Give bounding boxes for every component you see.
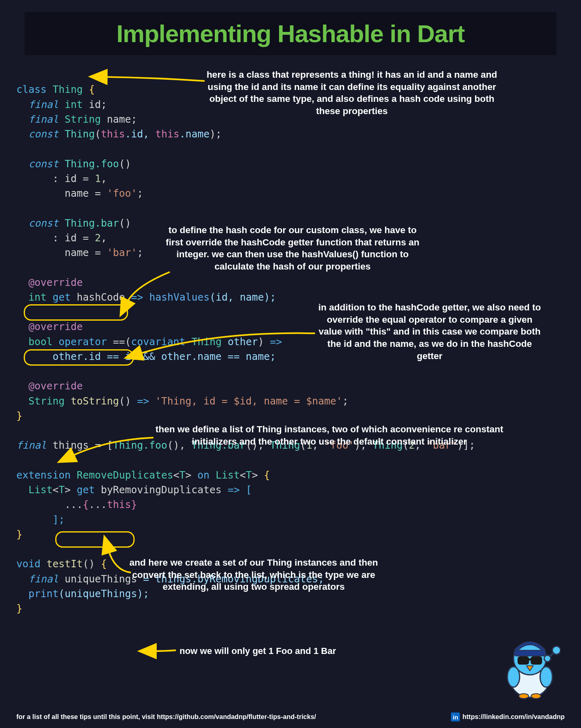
kw-operator: operator: [59, 336, 107, 348]
svg-point-7: [507, 667, 520, 687]
args: (id, name);: [209, 291, 276, 303]
num-2: 2: [95, 232, 101, 244]
ident: .id,: [125, 128, 149, 140]
lbrace: {: [83, 499, 89, 510]
type-T: T: [179, 469, 185, 481]
type-string: String: [65, 113, 101, 125]
arrow: =>: [137, 395, 149, 407]
anno-override: @override: [29, 321, 83, 333]
linkedin-link[interactable]: in https://linkedin.com/in/vandadnp: [451, 712, 565, 721]
spread: ...: [65, 499, 83, 510]
type-T: T: [246, 469, 252, 481]
kw-final: final: [16, 439, 47, 451]
op-eqeq: ==: [113, 336, 125, 348]
svg-rect-3: [514, 650, 546, 656]
linkedin-url: https://linkedin.com/in/vandadnp: [462, 713, 565, 721]
arrow-bracket: => [: [227, 484, 252, 496]
fn-print: print: [29, 588, 59, 600]
kw-const: const: [29, 158, 59, 170]
str-foo: 'foo': [107, 187, 137, 199]
ident-id: id: [89, 99, 101, 110]
footer: for a list of all these tips until this …: [16, 712, 565, 721]
svg-rect-6: [528, 658, 531, 661]
svg-point-8: [540, 667, 552, 687]
anno-override: @override: [29, 380, 83, 392]
type-thing: Thing: [53, 83, 83, 95]
brace: {: [264, 469, 270, 481]
svg-rect-5: [531, 656, 542, 665]
kw-get: get: [77, 484, 95, 496]
footer-left-text: for a list of all these tips until this …: [16, 713, 316, 721]
init-name: name =: [65, 247, 101, 258]
brace: {: [89, 83, 95, 95]
kw-final: final: [29, 573, 59, 585]
init-name: name =: [65, 187, 101, 199]
type-list: List: [216, 469, 240, 481]
rbrace: }: [131, 499, 137, 510]
kw-const: const: [29, 128, 59, 140]
num-1: 1: [95, 173, 101, 184]
var-unique: uniqueThings: [65, 573, 137, 585]
fn-tostring: toString: [71, 395, 119, 407]
ctor-bar: Thing.bar: [65, 217, 119, 229]
type-thing: Thing: [191, 336, 222, 348]
brace: }: [16, 410, 23, 422]
annotation-2: to define the hash code for our custom c…: [160, 224, 426, 273]
type-string: String: [29, 395, 65, 407]
kw-this: this: [107, 499, 131, 510]
kw-void: void: [16, 558, 41, 570]
svg-rect-4: [518, 656, 529, 665]
var-things: things: [53, 439, 89, 451]
type-bool: bool: [29, 336, 53, 348]
annotation-3: in addition to the hashCode getter, we a…: [315, 301, 544, 362]
str-tostring: 'Thing, id = $id, name = $name': [155, 395, 342, 407]
kw-const: const: [29, 217, 59, 229]
kw-final: final: [29, 113, 59, 125]
init-id: : id =: [53, 232, 89, 244]
spread: ...: [89, 499, 107, 510]
ctor-foo: Thing.foo: [65, 158, 119, 170]
kw-covariant: covariant: [131, 336, 185, 348]
svg-point-13: [531, 694, 541, 699]
ext-name: RemoveDuplicates: [77, 469, 173, 481]
fn-hashvalues: hashValues: [149, 291, 210, 303]
svg-point-12: [519, 694, 529, 699]
annotation-1: here is a class that represents a thing!…: [205, 69, 499, 117]
anno-override: @override: [29, 276, 83, 288]
kw-class: class: [16, 83, 47, 95]
page-title: Implementing Hashable in Dart: [25, 20, 556, 48]
type-list: List: [29, 484, 53, 496]
eq-bracket: = [: [95, 439, 113, 451]
fn-testit: testIt: [47, 558, 83, 570]
type-int: int: [29, 291, 47, 303]
kw-on: on: [198, 469, 210, 481]
linkedin-icon: in: [451, 712, 460, 721]
annotation-6: now we will only get 1 Foo and 1 Bar: [172, 645, 344, 657]
kw-final: final: [29, 99, 59, 110]
type-T: T: [59, 484, 65, 496]
title-bar: Implementing Hashable in Dart: [25, 12, 556, 55]
brace: }: [16, 528, 23, 540]
kw-extension: extension: [16, 469, 71, 481]
body-eq: other.id == id && other.name == name;: [53, 351, 276, 362]
brace: }: [16, 602, 23, 614]
arrow: =>: [131, 291, 143, 303]
str-bar: 'bar': [107, 247, 137, 258]
annotation-4: then we define a list of Thing instances…: [151, 423, 507, 447]
rbracket: ];: [53, 514, 65, 526]
getter-name: byRemovingDuplicates: [101, 484, 222, 496]
annotation-5: and here we create a set of our Thing in…: [127, 557, 381, 593]
arrow: =>: [270, 336, 282, 348]
kw-this: this: [155, 128, 179, 140]
svg-point-11: [544, 655, 551, 662]
kw-this: this: [101, 128, 125, 140]
init-id: : id =: [53, 173, 89, 184]
brace: {: [101, 558, 107, 570]
svg-point-10: [552, 646, 561, 654]
kw-get: get: [53, 291, 71, 303]
mascot-icon: [499, 634, 561, 699]
ident-name: name: [107, 113, 131, 125]
param-other: other: [227, 336, 258, 348]
ident: .name: [179, 128, 209, 140]
type-int: int: [65, 99, 83, 110]
